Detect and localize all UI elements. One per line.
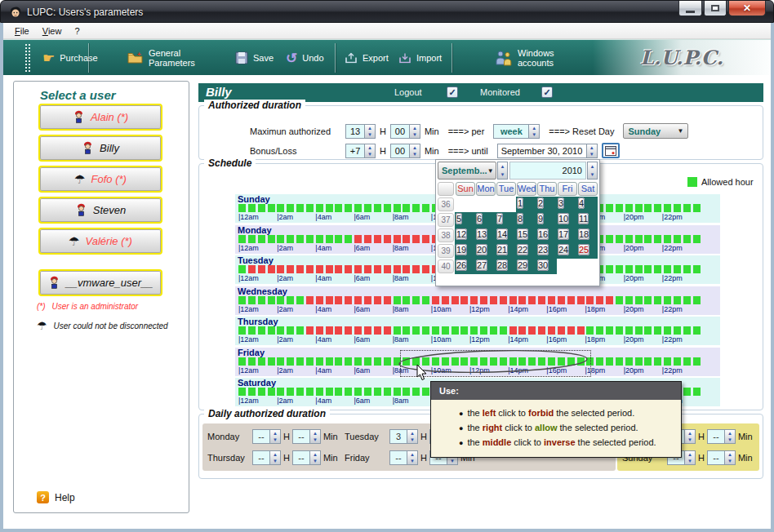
slot-allowed[interactable] xyxy=(664,326,671,335)
slot-allowed[interactable] xyxy=(335,235,342,243)
slot-forbidden[interactable] xyxy=(509,296,517,304)
calendar-day-18[interactable]: 18 xyxy=(578,228,589,240)
slot-allowed[interactable] xyxy=(374,204,381,212)
slot-allowed[interactable] xyxy=(693,235,701,243)
slot-allowed[interactable] xyxy=(635,265,643,273)
slot-allowed[interactable] xyxy=(384,204,391,212)
calendar-day-2[interactable]: 2 xyxy=(537,197,544,209)
slot-forbidden[interactable] xyxy=(452,296,459,304)
spinner-arrows[interactable]: ▲▼ xyxy=(365,144,376,158)
slot-allowed[interactable] xyxy=(268,204,275,212)
month-spinner[interactable]: ▲▼ xyxy=(497,162,508,180)
slot-allowed[interactable] xyxy=(335,388,342,396)
slot-allowed[interactable] xyxy=(644,326,652,335)
slot-forbidden[interactable] xyxy=(306,326,314,335)
slot-allowed[interactable] xyxy=(412,204,420,212)
slot-allowed[interactable] xyxy=(287,204,294,212)
slot-allowed[interactable] xyxy=(296,326,304,335)
slot-allowed[interactable] xyxy=(616,235,623,243)
slot-allowed[interactable] xyxy=(238,326,246,335)
spinner-arrows[interactable]: ▲▼ xyxy=(365,124,376,139)
slot-allowed[interactable] xyxy=(306,388,314,396)
calendar-day-15[interactable]: 15 xyxy=(517,228,528,240)
until-date-spinner[interactable]: September 30, 2010▲▼ xyxy=(497,144,598,158)
slot-allowed[interactable] xyxy=(248,204,256,212)
calendar-day-5[interactable]: 5 xyxy=(456,213,462,224)
slot-allowed[interactable] xyxy=(238,204,246,212)
slot-allowed[interactable] xyxy=(693,204,701,212)
calendar-day-20[interactable]: 20 xyxy=(476,244,487,255)
slot-allowed[interactable] xyxy=(625,204,633,212)
slot-allowed[interactable] xyxy=(296,388,304,396)
max-minutes-spinner[interactable]: 00▲▼ xyxy=(390,124,420,139)
slot-allowed[interactable] xyxy=(364,204,371,212)
spinner-arrows[interactable]: ▲▼ xyxy=(587,144,598,158)
daily-hours-spinner[interactable]: --▲▼ xyxy=(252,429,281,444)
slot-allowed[interactable] xyxy=(625,235,633,243)
slot-allowed[interactable] xyxy=(316,388,323,396)
slot-allowed[interactable] xyxy=(258,357,265,366)
slot-allowed[interactable] xyxy=(287,357,294,366)
slot-allowed[interactable] xyxy=(287,235,294,243)
slot-allowed[interactable] xyxy=(345,388,352,396)
menu-item-view[interactable]: View xyxy=(36,24,69,38)
slot-forbidden[interactable] xyxy=(345,296,352,304)
slot-allowed[interactable] xyxy=(296,296,304,304)
calendar-day-21[interactable]: 21 xyxy=(496,244,508,255)
slot-forbidden[interactable] xyxy=(326,265,333,273)
toolbar-grip[interactable] xyxy=(24,43,30,73)
slot-forbidden[interactable] xyxy=(335,296,342,304)
slot-allowed[interactable] xyxy=(403,204,410,212)
slot-allowed[interactable] xyxy=(674,357,681,366)
user-button--vmware-user-[interactable]: __vmware_user__ xyxy=(38,269,162,296)
slot-forbidden[interactable] xyxy=(374,235,381,243)
month-dropdown[interactable]: Septemb... ▼ xyxy=(438,162,496,180)
minimize-button[interactable] xyxy=(678,1,702,16)
slot-allowed[interactable] xyxy=(606,235,613,243)
spinner-arrows[interactable]: ▲▼ xyxy=(685,450,696,465)
slot-allowed[interactable] xyxy=(326,357,333,366)
slot-allowed[interactable] xyxy=(616,265,623,273)
calendar-day-10[interactable]: 10 xyxy=(558,213,569,224)
daily-hours-spinner[interactable]: 3▲▼ xyxy=(389,429,418,444)
slot-forbidden[interactable] xyxy=(528,326,536,335)
windows-accounts-button[interactable]: Windows accounts xyxy=(495,48,554,68)
slot-forbidden[interactable] xyxy=(538,326,545,335)
calendar-day-11[interactable]: 11 xyxy=(578,213,589,224)
slot-allowed[interactable] xyxy=(432,326,439,335)
open-calendar-button[interactable] xyxy=(602,143,620,158)
close-button[interactable]: ✕ xyxy=(728,1,766,16)
slot-forbidden[interactable] xyxy=(248,265,256,273)
spinner-arrows[interactable]: ▲▼ xyxy=(410,124,420,139)
slot-allowed[interactable] xyxy=(683,265,691,273)
max-hours-spinner[interactable]: 13▲▼ xyxy=(345,124,376,139)
slot-allowed[interactable] xyxy=(354,204,362,212)
slot-forbidden[interactable] xyxy=(548,296,555,304)
user-button-billy[interactable]: Billy xyxy=(38,135,162,162)
calendar-day-9[interactable]: 9 xyxy=(537,213,544,224)
calendar-day-12[interactable]: 12 xyxy=(456,228,467,240)
slot-allowed[interactable] xyxy=(664,265,671,273)
reset-day-dropdown[interactable]: Sunday ▼ xyxy=(623,123,688,139)
slot-allowed[interactable] xyxy=(616,296,623,304)
slot-allowed[interactable] xyxy=(635,296,643,304)
slot-allowed[interactable] xyxy=(277,326,284,335)
calendar-day-19[interactable]: 19 xyxy=(456,244,467,255)
spinner-arrows[interactable]: ▲▼ xyxy=(310,450,321,465)
slot-allowed[interactable] xyxy=(306,357,314,366)
slot-allowed[interactable] xyxy=(635,204,643,212)
slot-forbidden[interactable] xyxy=(277,265,284,273)
slot-allowed[interactable] xyxy=(248,388,256,396)
calendar-day-26[interactable]: 26 xyxy=(456,259,467,271)
slot-allowed[interactable] xyxy=(644,204,652,212)
slot-forbidden[interactable] xyxy=(384,296,391,304)
slot-allowed[interactable] xyxy=(500,326,507,335)
slot-forbidden[interactable] xyxy=(567,296,575,304)
calendar-day-27[interactable]: 27 xyxy=(476,259,487,271)
slot-allowed[interactable] xyxy=(374,357,381,366)
slot-allowed[interactable] xyxy=(277,296,284,304)
spinner-arrows[interactable]: ▲▼ xyxy=(270,429,281,444)
daily-minutes-spinner[interactable]: --▲▼ xyxy=(292,429,321,444)
daily-hours-spinner[interactable]: --▲▼ xyxy=(389,450,418,465)
spinner-arrows[interactable]: ▲▼ xyxy=(270,450,281,465)
